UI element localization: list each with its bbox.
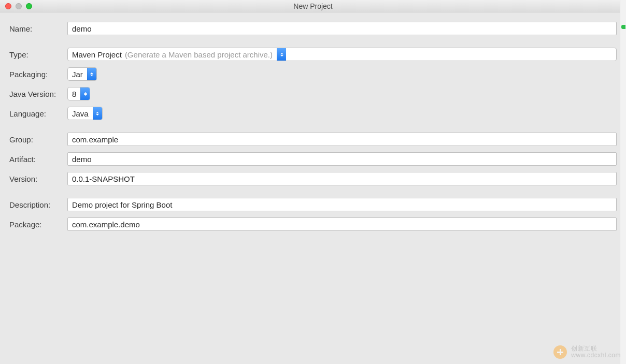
java-version-select[interactable]: 8 xyxy=(67,87,90,100)
watermark: 创新互联 www.cdcxhl.com xyxy=(553,345,621,359)
packaging-label: Packaging: xyxy=(9,70,67,79)
language-value: Java xyxy=(68,107,93,120)
chevron-updown-icon xyxy=(87,68,96,80)
window-title: New Project xyxy=(0,2,626,10)
close-icon[interactable] xyxy=(5,3,11,9)
version-input[interactable] xyxy=(67,172,617,185)
chevron-updown-icon xyxy=(80,88,90,100)
type-label: Type: xyxy=(9,50,67,59)
packaging-value: Jar xyxy=(68,68,87,80)
java-version-label: Java Version: xyxy=(9,90,67,98)
type-select-value: Maven Project (Generate a Maven based pr… xyxy=(68,48,277,61)
name-label: Name: xyxy=(9,24,67,33)
package-label: Package: xyxy=(9,220,67,229)
minimize-icon[interactable] xyxy=(16,3,22,9)
artifact-label: Artifact: xyxy=(9,155,67,164)
group-input[interactable] xyxy=(67,133,617,146)
right-edge-sliver xyxy=(620,0,626,364)
watermark-text: 创新互联 www.cdcxhl.com xyxy=(571,345,621,358)
green-indicator-icon xyxy=(621,25,625,29)
description-label: Description: xyxy=(9,200,67,209)
version-label: Version: xyxy=(9,174,67,183)
zoom-icon[interactable] xyxy=(26,3,32,9)
chevron-updown-icon xyxy=(93,107,102,120)
chevron-updown-icon xyxy=(277,48,286,61)
description-input[interactable] xyxy=(67,198,617,211)
language-select[interactable]: Java xyxy=(67,107,103,120)
package-input[interactable] xyxy=(67,217,617,231)
type-hint-text: (Generate a Maven based project archive.… xyxy=(125,50,273,59)
language-label: Language: xyxy=(9,109,67,118)
new-project-form: Name: Type: Maven Project (Generate a Ma… xyxy=(0,12,626,231)
artifact-input[interactable] xyxy=(67,152,617,166)
titlebar: New Project xyxy=(0,0,626,12)
java-version-value: 8 xyxy=(68,88,80,100)
watermark-line2: www.cdcxhl.com xyxy=(571,352,621,359)
type-select[interactable]: Maven Project (Generate a Maven based pr… xyxy=(67,48,617,61)
name-input[interactable] xyxy=(67,22,617,35)
packaging-select[interactable]: Jar xyxy=(67,67,97,81)
window-controls xyxy=(0,3,32,9)
group-label: Group: xyxy=(9,135,67,144)
watermark-logo-icon xyxy=(553,345,567,359)
type-value-text: Maven Project xyxy=(72,50,122,59)
